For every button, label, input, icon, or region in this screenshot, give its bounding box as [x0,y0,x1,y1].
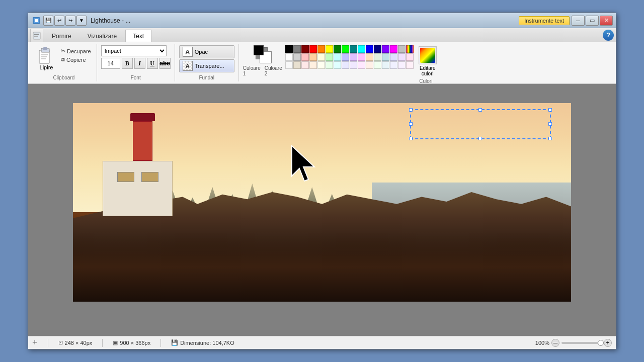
color-swatch[interactable] [301,53,309,61]
color-swatch[interactable] [285,61,293,69]
color-swatch[interactable] [350,53,357,61]
color-swatch[interactable] [374,61,381,69]
zoom-slider-thumb[interactable] [598,340,604,346]
cut-button[interactable]: ✂ Decupare [59,47,93,55]
bold-button[interactable]: B [122,58,133,69]
app-icon [31,16,41,26]
color-swatch[interactable] [358,45,365,53]
undo-button[interactable]: ↩ [54,16,64,26]
color-swatch[interactable] [390,53,397,61]
color-swatch[interactable] [374,45,381,53]
color-swatch[interactable] [390,45,397,53]
strikethrough-button[interactable]: abc [159,58,171,69]
color-swatch[interactable] [301,45,309,53]
minimize-button[interactable]: ─ [572,16,585,26]
close-button[interactable]: ✕ [600,16,613,26]
color-swatch[interactable] [366,61,373,69]
canvas-area[interactable] [28,84,616,336]
transparent-label: Transpare... [195,63,224,69]
redo-button[interactable]: ↪ [65,16,75,26]
colors-label: Culori [243,78,609,84]
italic-button[interactable]: I [134,58,145,69]
paste-button[interactable]: Lipire [35,45,57,71]
instrumente-text-tab[interactable]: Instrumente text [519,16,570,25]
zoom-in-button[interactable]: + [604,339,612,347]
help-button[interactable]: ? [603,30,614,41]
color-swatch[interactable] [374,53,381,61]
color-swatch[interactable] [309,53,317,61]
cut-label: Decupare [67,48,91,54]
selection-size-item: ⊡ 248 × 40px [58,339,93,346]
color-swatch[interactable] [390,61,397,69]
color-swatch[interactable] [342,61,349,69]
color-swatch[interactable] [358,61,365,69]
tab-vizualizare[interactable]: Vizualizare [80,30,124,42]
color1-label: Culoare1 [243,65,261,76]
color-swatch[interactable] [342,53,349,61]
add-button[interactable]: + [32,337,38,348]
transparent-button[interactable]: A Transpare... [179,59,234,72]
scissors-icon: ✂ [61,48,65,54]
colors-group-content: Culoare1 Culoare2 [243,45,609,77]
editare-culori-label: Editare culori [420,65,436,76]
zoom-percentage: 100% [533,340,549,346]
color-swatch[interactable] [366,45,373,53]
color-swatch[interactable] [334,53,341,61]
color-swatch[interactable] [285,45,293,53]
color-swatch[interactable] [326,61,333,69]
color-swatch[interactable] [406,61,414,69]
color-swatch[interactable] [293,45,301,53]
color-swatch[interactable] [350,61,357,69]
color-swatch[interactable] [334,45,341,53]
color-swatch[interactable] [334,61,341,69]
clipboard-group: Lipire ✂ Decupare ⧉ Copiere [31,44,97,81]
color-swatch[interactable] [301,61,309,69]
background-label: Fundal [179,75,234,80]
copy-button[interactable]: ⧉ Copiere [59,56,93,63]
color-swatch-rainbow[interactable] [406,45,414,53]
color-swatch[interactable] [317,53,325,61]
font-family-select[interactable]: Impact [101,45,167,56]
color-swatch[interactable] [366,53,373,61]
color-swatch[interactable] [358,53,365,61]
save-button[interactable]: 💾 [43,16,53,26]
color-swatch[interactable] [326,53,333,61]
color-swatch[interactable] [293,61,301,69]
zoom-out-button[interactable]: ─ [551,339,559,347]
copy-label: Copiere [66,57,86,63]
color-swatch[interactable] [398,61,406,69]
tab-text[interactable]: Text [125,30,151,42]
color-swatch[interactable] [293,53,301,61]
color-swatch[interactable] [317,61,325,69]
color-swatch[interactable] [326,45,333,53]
underline-button[interactable]: U [147,58,158,69]
color-swatch[interactable] [309,45,317,53]
color-swatch[interactable] [285,53,293,61]
palette-row-1 [285,45,414,53]
ribbon: Pornire Vizualizare Text ? [28,28,616,84]
ribbon-icon-btn[interactable] [30,29,43,42]
title-bar: 💾 ↩ ↪ ▼ Lighthouse - ... Instrumente tex… [28,13,616,28]
maximize-button[interactable]: ▭ [586,16,599,26]
transparent-icon: A [183,61,193,71]
color-swatch[interactable] [317,45,325,53]
selection-size-value: 248 × 40px [65,340,93,346]
color-swatch[interactable] [382,53,389,61]
editare-culori-button[interactable]: Editare culori [417,45,439,77]
color-swatch[interactable] [342,45,349,53]
color-swatch[interactable] [382,45,389,53]
zoom-slider[interactable] [561,342,602,344]
color-swatch[interactable] [309,61,317,69]
font-group-content: Impact B I U abc [101,45,171,74]
color-swatch[interactable] [350,45,357,53]
opac-button[interactable]: A Opac [179,45,234,58]
svg-rect-10 [41,56,47,57]
color-swatch[interactable] [398,53,406,61]
font-size-input[interactable] [101,58,120,69]
tab-pornire[interactable]: Pornire [44,30,79,42]
menu-dropdown-button[interactable]: ▼ [76,16,87,26]
color-swatch[interactable] [398,45,406,53]
color-swatch[interactable] [382,61,389,69]
opac-label: Opac [195,49,208,55]
color-swatch[interactable] [406,53,414,61]
